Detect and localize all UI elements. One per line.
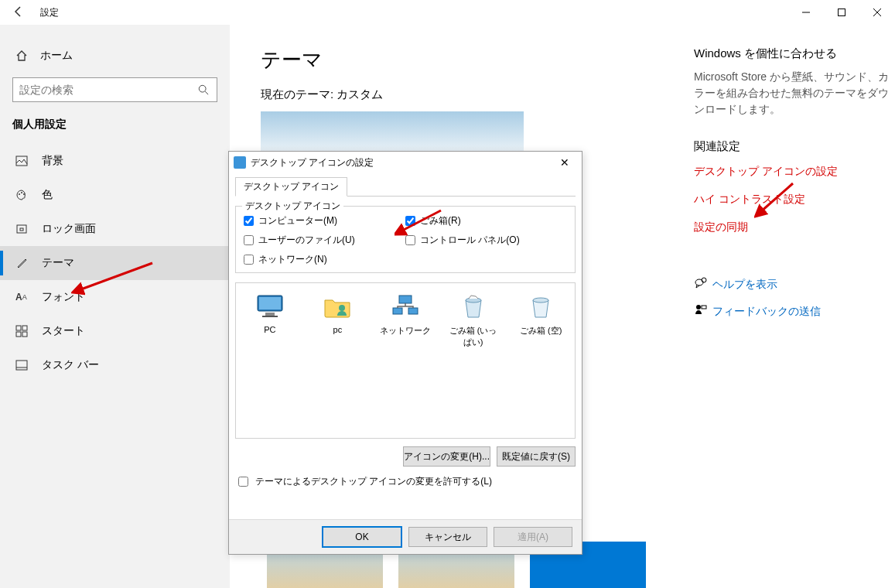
palette-icon bbox=[15, 189, 31, 201]
svg-point-24 bbox=[339, 305, 345, 311]
check-controlpanel-box[interactable] bbox=[405, 235, 415, 245]
apply-button[interactable]: 適用(A) bbox=[494, 527, 572, 547]
icon-recyclebin-full[interactable]: ごみ箱 (いっぱい) bbox=[447, 291, 500, 348]
grid-icon bbox=[15, 325, 31, 337]
feedback-link[interactable]: フィードバックの送信 bbox=[694, 303, 895, 320]
network-icon bbox=[390, 291, 421, 322]
window-title: 設定 bbox=[37, 6, 59, 19]
sidebar-home[interactable]: ホーム bbox=[0, 40, 230, 71]
svg-rect-23 bbox=[262, 316, 278, 317]
related-settings-title: 関連設定 bbox=[694, 139, 895, 154]
svg-point-5 bbox=[19, 193, 20, 195]
taskbar-icon bbox=[15, 359, 31, 371]
check-recyclebin[interactable]: ごみ箱(R) bbox=[405, 214, 567, 227]
svg-rect-21 bbox=[259, 297, 281, 309]
svg-point-7 bbox=[23, 193, 25, 195]
sidebar-item-background[interactable]: 背景 bbox=[0, 144, 230, 178]
icon-network[interactable]: ネットワーク bbox=[379, 291, 432, 348]
sidebar-group-title: 個人用設定 bbox=[0, 118, 230, 144]
check-label: ネットワーク(N) bbox=[258, 253, 327, 266]
icon-recyclebin-empty[interactable]: ごみ箱 (空) bbox=[514, 291, 567, 348]
svg-rect-27 bbox=[408, 308, 418, 314]
allow-theme-change-check[interactable]: テーマによるデスクトップ アイコンの変更を許可する(L) bbox=[235, 474, 576, 489]
page-subheading: 現在のテーマ: カスタム bbox=[261, 87, 663, 102]
dialog-title: デスクトップ アイコンの設定 bbox=[251, 156, 552, 169]
sidebar-item-label: 色 bbox=[31, 188, 53, 202]
icon-pc[interactable]: PC bbox=[244, 291, 296, 348]
icon-userfolder[interactable]: pc bbox=[312, 291, 364, 348]
close-button[interactable] bbox=[859, 0, 895, 25]
minimize-button[interactable] bbox=[788, 0, 824, 25]
svg-rect-25 bbox=[399, 296, 412, 303]
sidebar-item-start[interactable]: スタート bbox=[0, 314, 230, 348]
sidebar-item-colors[interactable]: 色 bbox=[0, 178, 230, 212]
search-input[interactable] bbox=[13, 79, 190, 101]
check-userfiles-box[interactable] bbox=[244, 235, 254, 245]
svg-rect-22 bbox=[265, 313, 275, 316]
change-icon-button[interactable]: アイコンの変更(H)... bbox=[403, 446, 490, 467]
help-link[interactable]: ヘルプを表示 bbox=[694, 276, 895, 292]
back-button[interactable] bbox=[0, 5, 37, 20]
search-icon bbox=[190, 84, 217, 95]
check-label: コンピューター(M) bbox=[258, 214, 337, 227]
svg-point-29 bbox=[533, 298, 548, 303]
svg-rect-19 bbox=[702, 306, 706, 309]
brush-icon bbox=[15, 257, 31, 269]
sidebar-item-themes[interactable]: テーマ bbox=[0, 246, 230, 280]
font-icon: AA bbox=[15, 292, 31, 303]
icon-preview-area: PC pc ネットワーク ごみ箱 (いっぱい) bbox=[235, 282, 576, 439]
svg-point-18 bbox=[696, 305, 701, 309]
check-controlpanel[interactable]: コントロール パネル(O) bbox=[405, 234, 567, 247]
feedback-label: フィードバックの送信 bbox=[712, 305, 821, 319]
icon-label: PC bbox=[244, 325, 296, 334]
sidebar-item-lockscreen[interactable]: ロック画面 bbox=[0, 212, 230, 246]
dialog-tab[interactable]: デスクトップ アイコン bbox=[235, 177, 347, 197]
allow-theme-change-box[interactable] bbox=[238, 477, 248, 487]
check-userfiles[interactable]: ユーザーのファイル(U) bbox=[244, 234, 405, 247]
search-input-wrap[interactable] bbox=[12, 77, 217, 102]
check-computer[interactable]: コンピューター(M) bbox=[244, 214, 405, 227]
sidebar-item-taskbar[interactable]: タスク バー bbox=[0, 348, 230, 382]
sidebar-item-fonts[interactable]: AA フォント bbox=[0, 280, 230, 314]
help-label: ヘルプを表示 bbox=[712, 278, 777, 292]
svg-rect-1 bbox=[839, 9, 845, 16]
svg-point-6 bbox=[21, 192, 22, 193]
link-sync-settings[interactable]: 設定の同期 bbox=[694, 220, 895, 234]
svg-rect-8 bbox=[17, 225, 26, 233]
sidebar-item-label: フォント bbox=[31, 290, 85, 304]
svg-line-3 bbox=[205, 91, 208, 94]
monitor-icon bbox=[254, 291, 285, 322]
help-icon bbox=[694, 276, 712, 292]
check-recyclebin-box[interactable] bbox=[405, 216, 415, 226]
lock-icon bbox=[15, 223, 31, 235]
restore-defaults-button[interactable]: 既定値に戻す(S) bbox=[497, 446, 576, 467]
check-network-box[interactable] bbox=[244, 255, 254, 265]
allow-label: テーマによるデスクトップ アイコンの変更を許可する(L) bbox=[255, 475, 492, 488]
link-desktop-icon-settings[interactable]: デスクトップ アイコンの設定 bbox=[694, 165, 895, 179]
sidebar-item-label: ロック画面 bbox=[31, 222, 96, 236]
check-network[interactable]: ネットワーク(N) bbox=[244, 253, 405, 266]
maximize-button[interactable] bbox=[824, 0, 859, 25]
home-icon bbox=[15, 50, 31, 62]
check-computer-box[interactable] bbox=[244, 216, 254, 226]
recyclebin-full-icon bbox=[458, 291, 489, 322]
cancel-button[interactable]: キャンセル bbox=[408, 527, 487, 547]
icon-label: ごみ箱 (空) bbox=[514, 325, 567, 337]
icon-label: pc bbox=[312, 325, 364, 334]
sidebar-item-label: テーマ bbox=[31, 256, 74, 270]
sidebar-item-label: 背景 bbox=[31, 154, 63, 168]
folder-user-icon bbox=[322, 291, 353, 322]
dialog-close-button[interactable]: ✕ bbox=[552, 156, 577, 169]
ok-button[interactable]: OK bbox=[322, 526, 402, 548]
sidebar-item-label: タスク バー bbox=[31, 358, 99, 372]
feedback-icon bbox=[694, 303, 712, 320]
icon-label: ごみ箱 (いっぱい) bbox=[447, 325, 500, 348]
theme-preview bbox=[261, 111, 524, 155]
check-label: ユーザーのファイル(U) bbox=[258, 234, 355, 247]
sidebar-item-label: スタート bbox=[31, 324, 85, 338]
link-high-contrast[interactable]: ハイ コントラスト設定 bbox=[694, 193, 895, 207]
right-title: Windows を個性に合わせる bbox=[694, 46, 895, 61]
svg-rect-10 bbox=[16, 326, 21, 330]
picture-icon bbox=[15, 155, 31, 167]
svg-rect-13 bbox=[22, 332, 27, 337]
